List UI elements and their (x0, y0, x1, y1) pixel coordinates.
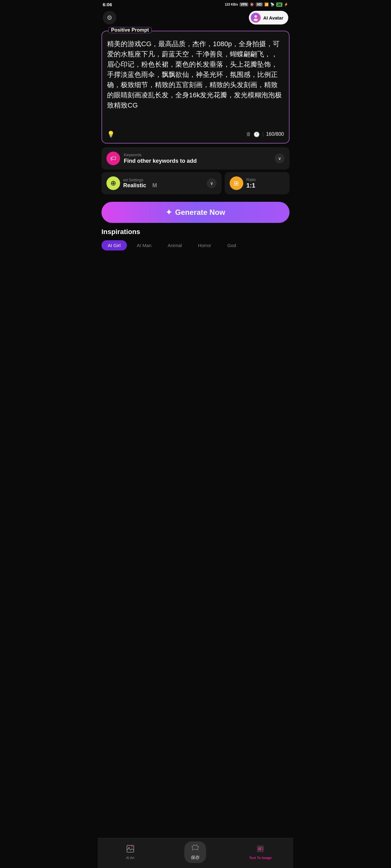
inspiration-tabs: AI Girl AI Man Animal Horror God (102, 240, 289, 252)
avatar-label: AI Avatar (263, 15, 283, 21)
settings-row: ⊕ ed Settings Realistic M ∨ ⊞ Ratio 1:1 (102, 172, 289, 194)
advanced-settings-gear-icon: ⊕ (110, 179, 116, 187)
ratio-text: Ratio 1:1 (246, 177, 284, 189)
inspiration-tab-ai-girl[interactable]: AI Girl (102, 240, 127, 250)
sparkle-icon: ✦ (166, 208, 172, 217)
advanced-settings-panel[interactable]: ⊕ ed Settings Realistic M ∨ (102, 172, 222, 194)
inspiration-tab-horror[interactable]: Horror (192, 240, 218, 250)
inspiration-tab-animal[interactable]: Animal (161, 240, 188, 250)
ratio-icon: ⊞ (234, 180, 239, 187)
charging-icon: ⚡ (284, 2, 288, 6)
ai-avatar-button[interactable]: AI Avatar (249, 11, 288, 25)
svg-point-1 (254, 19, 258, 21)
advanced-settings-label: ed Settings (123, 178, 203, 182)
vpn-badge: VPN (240, 2, 249, 6)
ratio-panel[interactable]: ⊞ Ratio 1:1 (225, 172, 289, 194)
char-count: 160/800 (266, 131, 284, 137)
advanced-settings-icon-wrap: ⊕ (107, 176, 120, 190)
generate-btn-label: Generate Now (175, 208, 225, 217)
gear-icon: ⚙ (107, 14, 112, 21)
avatar-image (251, 13, 261, 23)
prompt-footer-left: 💡 (107, 130, 115, 138)
footer-divider: | (262, 131, 263, 137)
prompt-title: Positive Prompt (108, 27, 152, 33)
advanced-settings-value: Realistic M (123, 182, 203, 189)
prompt-footer-right: 🗑 🕐 | 160/800 (246, 131, 284, 137)
keywords-section[interactable]: 🏷 Keywords Find other keywords to add ∨ (102, 147, 289, 169)
keywords-icon-wrap: 🏷 (107, 152, 120, 165)
svg-point-0 (254, 15, 257, 18)
keywords-label: Keywords (124, 153, 271, 157)
status-bar: 6:06 123 KB/s VPN 🔇 HD 📶 📡 26 ⚡ (98, 0, 293, 8)
ratio-value: 1:1 (246, 182, 284, 189)
history-icon[interactable]: 🕐 (254, 131, 260, 137)
header: ⚙ AI Avatar (98, 8, 293, 28)
mute-icon: 🔇 (250, 2, 254, 6)
inspirations-section: Inspirations AI Girl AI Man Animal Horro… (102, 228, 289, 252)
speed-icon: 123 KB/s (225, 3, 238, 6)
status-time: 6:06 (103, 2, 112, 7)
status-icons: 123 KB/s VPN 🔇 HD 📶 📡 26 ⚡ (225, 2, 288, 7)
bulb-icon[interactable]: 💡 (107, 130, 115, 138)
ratio-icon-wrap: ⊞ (230, 176, 243, 190)
signal-icon: 📶 (264, 2, 269, 6)
settings-button[interactable]: ⚙ (103, 11, 116, 25)
keywords-text: Keywords Find other keywords to add (124, 153, 271, 164)
hd-badge: HD (256, 2, 262, 6)
wifi-icon: 📡 (270, 2, 275, 6)
positive-prompt-container: Positive Prompt 精美的游戏CG，最高品质，杰作，1080p，全身… (102, 31, 289, 144)
inspirations-title: Inspirations (102, 228, 289, 236)
inspiration-tab-god[interactable]: God (221, 240, 242, 250)
generate-now-button[interactable]: ✦ Generate Now (102, 202, 289, 223)
prompt-footer: 💡 🗑 🕐 | 160/800 (107, 128, 284, 138)
ratio-label: Ratio (246, 177, 284, 182)
generate-section: ✦ Generate Now (102, 202, 289, 223)
keywords-value: Find other keywords to add (124, 158, 271, 164)
prompt-text[interactable]: 精美的游戏CG，最高品质，杰作，1080p，全身拍摄，可爱的水瓶座下凡，蔚蓝天空… (107, 36, 284, 123)
tag-icon: 🏷 (110, 155, 116, 162)
battery-badge: 26 (276, 2, 282, 7)
advanced-settings-chevron-icon[interactable]: ∨ (207, 178, 217, 188)
delete-icon[interactable]: 🗑 (246, 131, 251, 137)
inspiration-tab-ai-man[interactable]: AI Man (131, 240, 158, 250)
keywords-chevron-icon[interactable]: ∨ (275, 153, 284, 163)
advanced-settings-text: ed Settings Realistic M (123, 178, 203, 189)
